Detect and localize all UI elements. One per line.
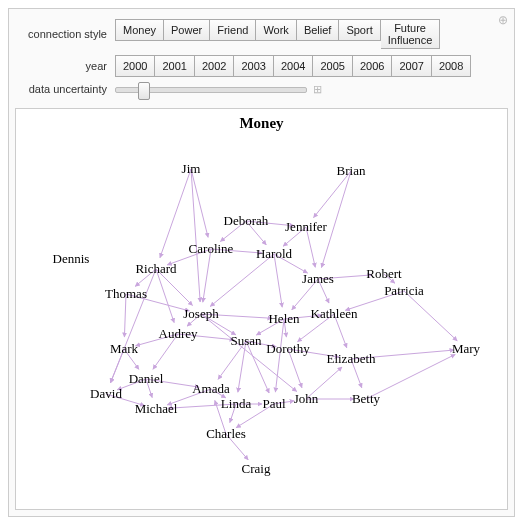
node-brian: Brian [337, 163, 366, 179]
slider-track[interactable] [115, 87, 307, 93]
node-elizabeth: Elizabeth [326, 351, 375, 367]
row-connection-style: connection style MoneyPowerFriendWorkBel… [17, 19, 506, 49]
svg-line-18 [156, 269, 174, 323]
year-2007[interactable]: 2007 [392, 55, 431, 77]
node-audrey: Audrey [159, 326, 198, 342]
node-deborah: Deborah [224, 213, 269, 229]
node-caroline: Caroline [189, 241, 234, 257]
node-john: John [294, 391, 319, 407]
graph-canvas: Money JimBrianDennisDeborahJenniferCarol… [15, 108, 508, 510]
node-dennis: Dennis [53, 251, 90, 267]
node-daniel: Daniel [129, 371, 164, 387]
node-craig: Craig [242, 461, 271, 477]
node-david: David [90, 386, 122, 402]
year-2003[interactable]: 2003 [234, 55, 273, 77]
connection-style-power[interactable]: Power [164, 19, 210, 41]
node-harold: Harold [256, 246, 292, 262]
year-buttons: 200020012002200320042005200620072008 [115, 55, 471, 77]
node-robert: Robert [366, 266, 401, 282]
node-michael: Michael [135, 401, 178, 417]
node-james: James [302, 271, 334, 287]
node-dorothy: Dorothy [266, 341, 309, 357]
node-mary: Mary [452, 341, 480, 357]
node-thomas: Thomas [105, 286, 147, 302]
node-paul: Paul [262, 396, 285, 412]
year-2006[interactable]: 2006 [353, 55, 392, 77]
connection-style-future-influence[interactable]: FutureInfluence [381, 19, 441, 49]
year-2005[interactable]: 2005 [313, 55, 352, 77]
connection-style-buttons: MoneyPowerFriendWorkBeliefSportFutureInf… [115, 19, 440, 49]
expand-icon[interactable]: ⊕ [498, 13, 508, 27]
node-linda: Linda [221, 396, 251, 412]
node-betty: Betty [352, 391, 380, 407]
connection-style-friend[interactable]: Friend [210, 19, 256, 41]
node-amada: Amada [192, 381, 230, 397]
node-susan: Susan [230, 333, 261, 349]
node-jennifer: Jennifer [285, 219, 327, 235]
connection-style-work[interactable]: Work [256, 19, 296, 41]
connection-style-belief[interactable]: Belief [297, 19, 340, 41]
node-helen: Helen [268, 311, 299, 327]
year-2008[interactable]: 2008 [432, 55, 471, 77]
controls: connection style MoneyPowerFriendWorkBel… [9, 9, 514, 108]
uncertainty-label: data uncertainty [17, 83, 115, 95]
year-2001[interactable]: 2001 [155, 55, 194, 77]
node-richard: Richard [135, 261, 176, 277]
year-2004[interactable]: 2004 [274, 55, 313, 77]
graph-edges [16, 109, 507, 509]
connection-style-label: connection style [17, 28, 115, 40]
year-2000[interactable]: 2000 [115, 55, 155, 77]
node-patricia: Patricia [384, 283, 424, 299]
node-jim: Jim [182, 161, 201, 177]
node-mark: Mark [110, 341, 138, 357]
demo-panel: ⊕ connection style MoneyPowerFriendWorkB… [8, 8, 515, 517]
connection-style-sport[interactable]: Sport [339, 19, 380, 41]
svg-line-1 [160, 169, 191, 258]
row-uncertainty: data uncertainty ⊞ [17, 83, 506, 96]
node-kathleen: Kathleen [311, 306, 358, 322]
node-joseph: Joseph [183, 306, 218, 322]
slider-expand-icon[interactable]: ⊞ [313, 83, 322, 96]
connection-style-money[interactable]: Money [115, 19, 164, 41]
node-charles: Charles [206, 426, 246, 442]
slider-thumb[interactable] [138, 82, 150, 100]
row-year: year 20002001200220032004200520062007200… [17, 55, 506, 77]
year-2002[interactable]: 2002 [195, 55, 234, 77]
uncertainty-slider[interactable]: ⊞ [115, 83, 322, 96]
year-label: year [17, 60, 115, 72]
